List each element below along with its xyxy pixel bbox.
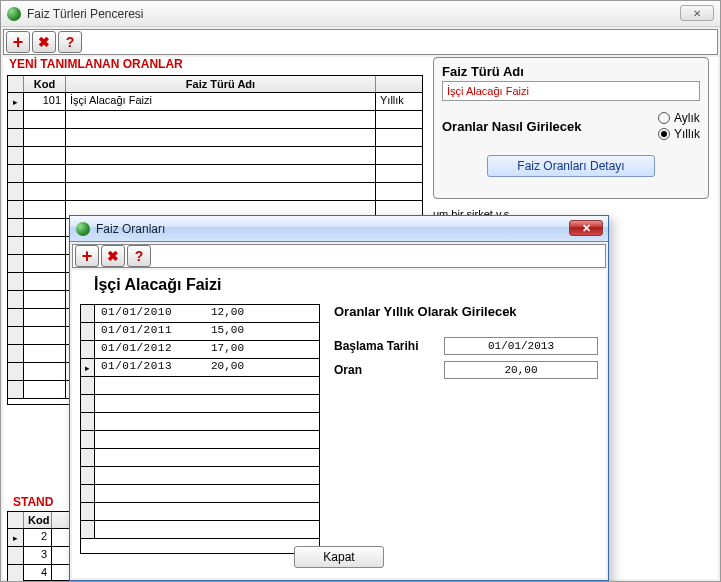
detail-panel: Faiz Türü Adı Oranlar Nasıl Girilecek Ay… [433,57,709,199]
table-row[interactable] [81,503,319,521]
label-faiz-turu-adi: Faiz Türü Adı [442,64,700,79]
table-row[interactable] [8,129,422,147]
table-row[interactable] [81,377,319,395]
table-row[interactable]: ▸ 101 İşçi Alacağı Faizi Yıllık [8,93,422,111]
cell-rate: 20,00 [205,359,275,376]
rate-edit-form: Oranlar Yıllık Olarak Girilecek Başlama … [334,304,598,554]
radio-yillik[interactable]: Yıllık [658,127,700,141]
dialog-close-btn-kapat[interactable]: Kapat [294,546,384,568]
dialog-title: Faiz Oranları [96,222,165,236]
table-row[interactable] [8,147,422,165]
col-header-kod[interactable]: Kod [24,76,66,92]
table-row[interactable] [81,431,319,449]
cell-rate: 12,00 [205,305,275,322]
dialog-titlebar[interactable]: Faiz Oranları ✕ [70,216,608,242]
x-icon: ✖ [107,248,119,264]
col-header-period [376,76,422,92]
row-pointer-icon: ▸ [81,359,95,376]
label-oranlar-nasil: Oranlar Nasıl Girilecek [442,119,650,134]
faiz-oranlari-detayi-button[interactable]: Faiz Oranları Detayı [487,155,655,177]
main-toolbar: + ✖ ? [3,29,718,55]
table-row[interactable] [81,449,319,467]
cell-date: 01/01/2011 [95,323,205,340]
add-button[interactable]: + [6,31,30,53]
close-icon: ✕ [582,222,591,235]
col-header-ad[interactable]: Faiz Türü Adı [66,76,376,92]
dialog-close-button[interactable]: ✕ [569,220,603,236]
label-rate: Oran [334,363,434,377]
table-row[interactable] [8,111,422,129]
globe-icon [7,7,21,21]
grid-corner [8,76,24,92]
table-row[interactable] [8,165,422,183]
dialog-heading: İşçi Alacağı Faizi [94,276,598,294]
radio-label: Aylık [674,111,700,125]
dialog-body: İşçi Alacağı Faizi 01/01/2010 12,00 01/0… [72,270,606,578]
radio-aylik[interactable]: Aylık [658,111,700,125]
table-row[interactable] [81,485,319,503]
faiz-turu-adi-input[interactable] [442,81,700,101]
table-row[interactable]: 01/01/2011 15,00 [81,323,319,341]
radio-label: Yıllık [674,127,700,141]
table-row[interactable] [81,467,319,485]
standard-rates-header: STAND [7,495,59,511]
question-icon: ? [66,34,75,50]
main-window-title: Faiz Türleri Penceresi [27,7,143,21]
period-radio-group: Aylık Yıllık [658,111,700,141]
std-col-kod[interactable]: Kod [24,512,52,528]
table-row[interactable] [8,183,422,201]
radio-icon [658,112,670,124]
cell-ad: İşçi Alacağı Faizi [66,93,376,110]
rates-dialog: Faiz Oranları ✕ + ✖ ? İşçi Alacağı Faizi… [69,215,609,581]
help-button[interactable]: ? [58,31,82,53]
radio-icon [658,128,670,140]
cell-date: 01/01/2013 [95,359,205,376]
table-row[interactable] [81,413,319,431]
main-titlebar[interactable]: Faiz Türleri Penceresi ✕ [1,1,720,27]
dialog-toolbar: + ✖ ? [72,244,606,268]
close-icon: ✕ [693,8,701,19]
cell-date: 01/01/2012 [95,341,205,358]
dialog-help-button[interactable]: ? [127,245,151,267]
globe-icon [76,222,90,236]
table-row[interactable] [81,395,319,413]
table-row[interactable]: ▸ 01/01/2013 20,00 [81,359,319,377]
row-pointer-icon: ▸ [8,93,24,110]
dialog-delete-button[interactable]: ✖ [101,245,125,267]
grid-header-row: Kod Faiz Türü Adı [8,76,422,93]
start-date-input[interactable] [444,337,598,355]
rates-grid[interactable]: 01/01/2010 12,00 01/01/2011 15,00 01/01/… [80,304,320,554]
table-row[interactable]: 01/01/2012 17,00 [81,341,319,359]
cell-date: 01/01/2010 [95,305,205,322]
cell-rate: 15,00 [205,323,275,340]
table-row[interactable] [81,521,319,539]
dialog-add-button[interactable]: + [75,245,99,267]
row-pointer-icon: ▸ [8,529,24,546]
question-icon: ? [135,248,144,264]
table-row[interactable]: 01/01/2010 12,00 [81,305,319,323]
cell-period: Yıllık [376,93,422,110]
main-window-close-button[interactable]: ✕ [680,5,714,21]
label-start-date: Başlama Tarihi [334,339,434,353]
delete-button[interactable]: ✖ [32,31,56,53]
x-icon: ✖ [38,34,50,50]
rate-input[interactable] [444,361,598,379]
cell-kod: 101 [24,93,66,110]
cell-rate: 17,00 [205,341,275,358]
mode-text: Oranlar Yıllık Olarak Girilecek [334,304,598,319]
